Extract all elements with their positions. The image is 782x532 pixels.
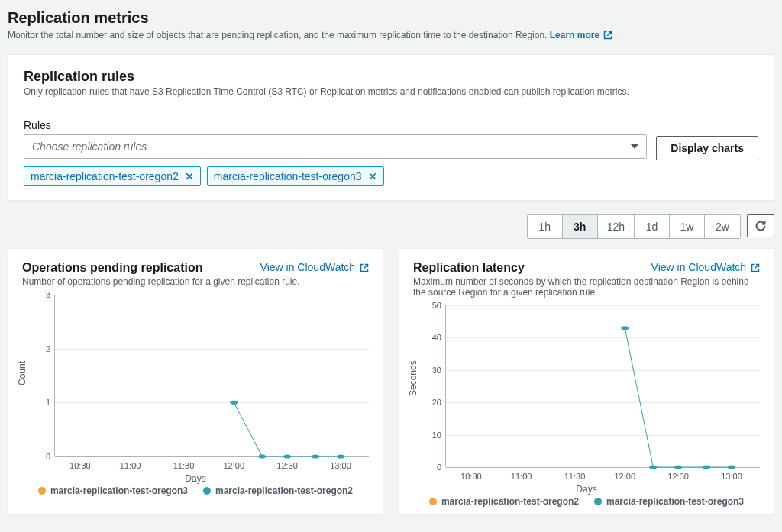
legend-label: marcia-replication-test-oregon3 [606, 496, 744, 507]
selected-rules-tags: marcia-replication-test-oregon2 marcia-r… [24, 166, 647, 186]
x-tick: 11:30 [173, 461, 195, 470]
y-tick: 0 [46, 452, 50, 461]
legend-label: marcia-replication-test-oregon3 [50, 485, 188, 496]
card-description: Number of operations pending replication… [22, 276, 369, 287]
rule-tag-label: marcia-replication-test-oregon2 [31, 170, 179, 182]
x-tick: 12:00 [615, 472, 636, 481]
plot-area: 0102030405010:3011:0011:3012:0012:3013:0… [445, 305, 760, 467]
legend-item: marcia-replication-test-oregon2 [203, 485, 353, 496]
data-marker [283, 454, 291, 458]
page-description-text: Monitor the total number and size of obj… [8, 30, 547, 40]
x-axis-label: Days [576, 484, 596, 495]
replication-rules-panel: Replication rules Only replication rules… [8, 54, 774, 201]
legend-item: marcia-replication-test-oregon3 [594, 496, 744, 507]
external-link-icon [603, 31, 612, 42]
time-range-1w[interactable]: 1w [670, 215, 705, 238]
y-tick: 50 [432, 301, 441, 310]
x-tick: 13:00 [721, 472, 742, 481]
legend-dot-icon [38, 487, 46, 495]
time-range-12h[interactable]: 12h [598, 215, 635, 238]
x-tick: 11:00 [120, 461, 141, 470]
y-tick: 2 [46, 344, 50, 353]
rules-panel-title: Replication rules [24, 69, 758, 85]
chart-legend: marcia-replication-test-oregon2 marcia-r… [413, 496, 760, 507]
operations-pending-chart: CountDays012310:3011:0011:3012:0012:3013… [22, 290, 369, 481]
chevron-down-icon [631, 144, 638, 149]
y-tick: 20 [432, 398, 441, 407]
x-tick: 10:30 [69, 461, 91, 470]
data-marker [258, 454, 266, 458]
data-marker [337, 454, 344, 458]
rule-tag-label: marcia-replication-test-oregon3 [214, 170, 362, 182]
time-range-2w[interactable]: 2w [705, 215, 740, 238]
x-tick: 12:00 [224, 461, 245, 470]
legend-dot-icon [594, 498, 602, 505]
time-range-1d[interactable]: 1d [635, 215, 670, 238]
view-in-cloudwatch-link[interactable]: View in CloudWatch [651, 261, 760, 275]
plot-area: 012310:3011:0011:3012:0012:3013:00 [54, 295, 369, 456]
page-title: Replication metrics [8, 9, 774, 27]
display-charts-button[interactable]: Display charts [656, 136, 758, 160]
time-range-segmented: 1h3h12h1d1w2w [527, 214, 741, 239]
y-tick: 40 [432, 333, 441, 342]
y-tick: 30 [432, 366, 441, 375]
replication-latency-chart: SecondsDays0102030405010:3011:0011:3012:… [413, 301, 760, 492]
legend-item: marcia-replication-test-oregon2 [429, 496, 579, 507]
refresh-button[interactable] [747, 214, 774, 237]
data-marker [703, 465, 710, 469]
chart-legend: marcia-replication-test-oregon3 marcia-r… [22, 485, 369, 496]
data-layer [55, 295, 369, 456]
data-marker [230, 401, 238, 405]
legend-label: marcia-replication-test-oregon2 [215, 485, 353, 496]
rule-tag[interactable]: marcia-replication-test-oregon2 [24, 166, 201, 186]
x-tick: 12:30 [667, 472, 689, 481]
rules-select-placeholder: Choose replication rules [32, 140, 147, 153]
time-range-1h[interactable]: 1h [528, 215, 563, 238]
y-axis-label: Seconds [408, 360, 418, 396]
legend-dot-icon [429, 498, 437, 505]
x-tick: 11:30 [564, 472, 586, 481]
data-layer [446, 305, 760, 467]
rules-panel-description: Only replication rules that have S3 Repl… [24, 86, 758, 97]
card-title: Replication latency [413, 261, 525, 275]
time-range-row: 1h3h12h1d1w2w [8, 214, 774, 239]
view-in-cloudwatch-link[interactable]: View in CloudWatch [260, 261, 369, 275]
y-tick: 10 [432, 430, 441, 440]
x-tick: 12:30 [276, 461, 298, 470]
x-axis-label: Days [185, 473, 205, 484]
legend-dot-icon [203, 487, 211, 495]
rule-tag[interactable]: marcia-replication-test-oregon3 [207, 166, 384, 186]
close-icon[interactable] [368, 172, 377, 181]
close-icon[interactable] [185, 172, 194, 181]
external-link-icon [751, 263, 760, 275]
y-tick: 3 [46, 290, 50, 299]
rules-label: Rules [24, 119, 647, 131]
external-link-icon [360, 263, 369, 275]
x-tick: 11:00 [511, 472, 532, 481]
data-marker [621, 326, 629, 330]
card-description: Maximum number of seconds by which the r… [413, 276, 760, 298]
y-tick: 1 [46, 398, 50, 407]
legend-item: marcia-replication-test-oregon3 [38, 485, 188, 496]
time-range-3h[interactable]: 3h [563, 215, 598, 238]
view-in-cloudwatch-label: View in CloudWatch [260, 261, 356, 273]
data-marker [312, 454, 319, 458]
x-tick: 13:00 [330, 461, 351, 470]
y-axis-label: Count [17, 361, 27, 385]
legend-label: marcia-replication-test-oregon2 [441, 496, 579, 507]
series-line [625, 328, 732, 467]
divider [8, 108, 774, 108]
learn-more-label: Learn more [550, 30, 599, 40]
x-tick: 10:30 [460, 472, 482, 481]
data-marker [674, 465, 682, 469]
view-in-cloudwatch-label: View in CloudWatch [651, 261, 747, 273]
rules-select[interactable]: Choose replication rules [24, 134, 647, 159]
y-tick: 0 [437, 463, 441, 472]
card-title: Operations pending replication [22, 261, 202, 275]
learn-more-link[interactable]: Learn more [550, 30, 613, 40]
page-description: Monitor the total number and size of obj… [8, 30, 774, 42]
series-line [234, 402, 341, 456]
data-marker [728, 465, 735, 469]
refresh-icon [755, 220, 767, 232]
replication-latency-card: Replication latency View in CloudWatch M… [399, 248, 774, 515]
